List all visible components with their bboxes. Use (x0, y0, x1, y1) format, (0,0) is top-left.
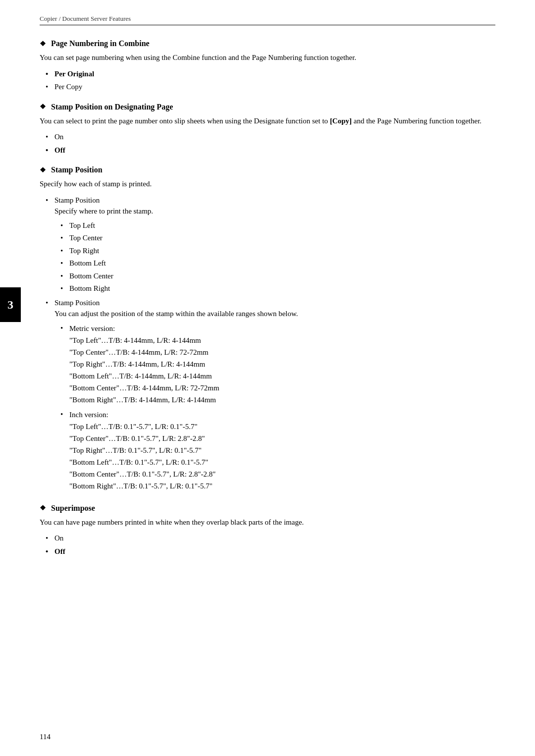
metric-label: Metric version: (69, 323, 495, 334)
list-item-metric: Metric version: "Top Left"…T/B: 4-144mm,… (69, 323, 495, 406)
list-item: Top Center (69, 232, 495, 244)
diamond-icon-2: ❖ (40, 103, 46, 111)
metric-line-4: "Bottom Left"…T/B: 4-144mm, L/R: 4-144mm (69, 370, 495, 382)
section-4-title: Superimpose (51, 504, 95, 513)
list-item: On (54, 533, 495, 544)
list-item: Top Right (69, 245, 495, 257)
section-title-page-numbering: ❖ Page Numbering in Combine (40, 39, 495, 48)
nested-title-2: Stamp Position (54, 299, 100, 307)
section-stamp-position-designating: ❖ Stamp Position on Designating Page You… (40, 103, 495, 156)
diamond-icon-3: ❖ (40, 166, 46, 174)
nested-desc-1: Specify where to print the stamp. (54, 206, 495, 217)
section-4-desc: You can have page numbers printed in whi… (40, 517, 495, 528)
nested-desc-2: You can adjust the position of the stamp… (54, 308, 495, 320)
metric-block: Metric version: "Top Left"…T/B: 4-144mm,… (69, 323, 495, 406)
metric-line-1: "Top Left"…T/B: 4-144mm, L/R: 4-144mm (69, 334, 495, 346)
list-item-stamp-pos-range: Stamp Position You can adjust the positi… (54, 297, 495, 492)
chapter-number: 3 (7, 298, 13, 312)
section-2-list: On Off (54, 131, 495, 156)
section-3-title: Stamp Position (51, 165, 103, 174)
inch-line-1: "Top Left"…T/B: 0.1"-5.7", L/R: 0.1"-5.7… (69, 421, 495, 432)
inch-line-6: "Bottom Right"…T/B: 0.1"-5.7", L/R: 0.1"… (69, 480, 495, 492)
list-item: Bottom Left (69, 258, 495, 269)
diamond-icon-4: ❖ (40, 504, 46, 512)
stamp-pos-range-list: Metric version: "Top Left"…T/B: 4-144mm,… (69, 323, 495, 492)
nested-title-1: Stamp Position (54, 196, 100, 204)
list-item: Bottom Right (69, 283, 495, 294)
list-item-inch: Inch version: "Top Left"…T/B: 0.1"-5.7",… (69, 409, 495, 492)
diamond-icon-1: ❖ (40, 40, 46, 48)
section-2-title: Stamp Position on Designating Page (51, 103, 173, 111)
header-text: Copier / Document Server Features (40, 15, 131, 22)
list-item-stamp-pos-where: Stamp Position Specify where to print th… (54, 195, 495, 294)
section-2-desc: You can select to print the page number … (40, 115, 495, 127)
inch-line-5: "Bottom Center"…T/B: 0.1"-5.7", L/R: 2.8… (69, 468, 495, 480)
page-wrapper: Copier / Document Server Features 3 ❖ Pa… (0, 0, 535, 756)
list-item: Off (54, 546, 495, 557)
section-superimpose: ❖ Superimpose You can have page numbers … (40, 504, 495, 557)
section-1-desc: You can set page numbering when using th… (40, 52, 495, 63)
copy-bracket: [Copy] (330, 117, 352, 125)
inch-line-4: "Bottom Left"…T/B: 0.1"-5.7", L/R: 0.1"-… (69, 456, 495, 468)
metric-line-2: "Top Center"…T/B: 4-144mm, L/R: 72-72mm (69, 346, 495, 358)
section-1-title: Page Numbering in Combine (51, 39, 150, 48)
list-item: Bottom Center (69, 270, 495, 282)
section-title-superimpose: ❖ Superimpose (40, 504, 495, 513)
metric-line-6: "Bottom Right"…T/B: 4-144mm, L/R: 4-144m… (69, 394, 495, 406)
section-title-stamp-position: ❖ Stamp Position (40, 165, 495, 174)
section-stamp-position: ❖ Stamp Position Specify how each of sta… (40, 165, 495, 492)
section-1-list: Per Original Per Copy (54, 68, 495, 93)
chapter-tab: 3 (0, 287, 21, 322)
stamp-position-outer-list: Stamp Position Specify where to print th… (54, 195, 495, 492)
section-title-stamp-designating: ❖ Stamp Position on Designating Page (40, 103, 495, 111)
section-page-numbering-combine: ❖ Page Numbering in Combine You can set … (40, 39, 495, 93)
metric-line-5: "Bottom Center"…T/B: 4-144mm, L/R: 72-72… (69, 382, 495, 394)
header-bar: Copier / Document Server Features (40, 15, 495, 25)
inch-label: Inch version: (69, 409, 495, 421)
inch-line-2: "Top Center"…T/B: 0.1"-5.7", L/R: 2.8"-2… (69, 432, 495, 444)
list-item: Off (54, 145, 495, 156)
section-3-desc: Specify how each of stamp is printed. (40, 178, 495, 190)
list-item: Per Original (54, 68, 495, 80)
list-item: Top Left (69, 220, 495, 231)
list-item: Per Copy (54, 81, 495, 93)
inch-block: Inch version: "Top Left"…T/B: 0.1"-5.7",… (69, 409, 495, 492)
section-4-list: On Off (54, 533, 495, 557)
stamp-pos-where-list: Top Left Top Center Top Right Bottom Lef… (69, 220, 495, 294)
list-item: On (54, 131, 495, 143)
inch-line-3: "Top Right"…T/B: 0.1"-5.7", L/R: 0.1"-5.… (69, 444, 495, 456)
page-number: 114 (40, 733, 51, 741)
metric-line-3: "Top Right"…T/B: 4-144mm, L/R: 4-144mm (69, 358, 495, 370)
content-area: ❖ Page Numbering in Combine You can set … (40, 39, 495, 557)
